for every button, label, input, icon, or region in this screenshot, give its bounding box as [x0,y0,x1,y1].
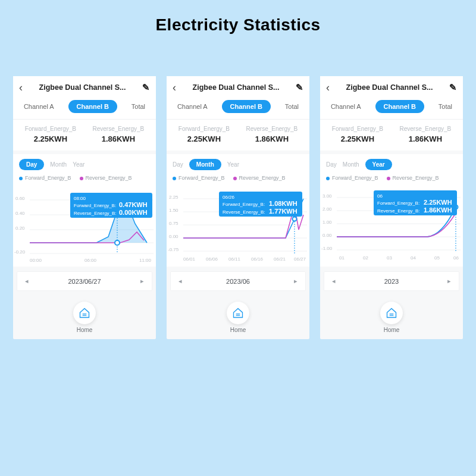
period-year[interactable]: Year [227,161,239,168]
tooltip-forward-value: 2.25KWH [424,199,452,206]
svg-text:06/16: 06/16 [251,256,264,262]
tooltip-reverse-value: 0.00KWH [119,209,148,216]
period-month[interactable]: Month [189,159,221,170]
period-year[interactable]: Year [365,159,392,170]
back-icon[interactable]: ‹ [19,82,23,93]
panel-year: ‹ Zigbee Dual Channel S... ✎ Channel A C… [320,76,463,339]
svg-text:11:00: 11:00 [139,258,152,263]
period-month[interactable]: Month [343,161,359,168]
home-label: Home [77,327,93,333]
date-next-icon[interactable]: ▸ [294,277,298,285]
legend-forward: Forward_Energy_B [173,175,225,181]
edit-icon[interactable]: ✎ [296,82,303,93]
svg-text:-0.75: -0.75 [168,247,179,252]
tab-channel-b[interactable]: Channel B [68,100,117,113]
forward-energy-label: Forward_Energy_B [332,126,383,132]
reverse-energy-label: Reverse_Energy_B [246,126,298,132]
period-year[interactable]: Year [73,161,84,168]
home-button[interactable] [227,302,249,324]
edit-icon[interactable]: ✎ [142,82,150,93]
svg-text:01: 01 [339,255,345,261]
svg-point-28 [293,217,297,221]
home-icon [79,307,90,319]
svg-text:00:00: 00:00 [30,258,42,263]
legend-reverse: Reverse_Energy_B [387,175,439,181]
tooltip-reverse-value: 1.77KWH [269,208,298,215]
svg-text:-1.00: -1.00 [321,246,333,251]
tab-channel-a[interactable]: Channel A [24,103,54,110]
date-prev-icon[interactable]: ◂ [332,277,336,285]
date-prev-icon[interactable]: ◂ [25,277,29,285]
legend-forward: Forward_Energy_B [19,175,71,181]
reverse-energy-label: Reverse_Energy_B [93,126,145,132]
reverse-energy-value: 1.86KWH [400,134,452,143]
edit-icon[interactable]: ✎ [449,82,457,93]
svg-text:0.00: 0.00 [169,234,178,239]
tab-channel-b[interactable]: Channel B [222,100,271,113]
svg-text:-0.20: -0.20 [14,249,26,255]
svg-text:0.00: 0.00 [322,233,332,238]
svg-text:06: 06 [453,255,459,261]
tab-total[interactable]: Total [285,103,299,110]
panels-row: ‹ Zigbee Dual Channel S... ✎ Channel A C… [0,40,476,339]
svg-text:06/11: 06/11 [228,256,241,262]
tab-channel-b[interactable]: Channel B [375,100,424,113]
svg-text:Forward_Energy_B:: Forward_Energy_B: [74,203,116,208]
svg-text:04: 04 [411,255,416,261]
tooltip-forward-value: 0.47KWH [119,201,148,208]
home-icon [386,307,397,319]
panel-title: Zigbee Dual Channel S... [39,83,126,92]
reverse-energy-value: 1.86KWH [246,134,298,143]
chart-day[interactable]: 0.60 0.40 0.20 -0.20 08: [13,182,156,267]
svg-point-10 [115,240,120,245]
forward-energy-label: Forward_Energy_B [25,126,76,132]
svg-text:0.40: 0.40 [15,211,25,216]
forward-energy-label: Forward_Energy_B [178,126,230,132]
tab-channel-a[interactable]: Channel A [331,103,361,110]
date-label[interactable]: 2023 [384,278,399,285]
svg-text:06:00: 06:00 [84,258,97,263]
legend-reverse: Reverse_Energy_B [80,175,132,181]
date-prev-icon[interactable]: ◂ [178,277,182,285]
svg-text:Reverse_Energy_B:: Reverse_Energy_B: [74,211,117,216]
home-label: Home [230,327,246,333]
tab-total[interactable]: Total [131,103,145,110]
panel-title: Zigbee Dual Channel S... [193,83,280,92]
chart-year[interactable]: 3.00 2.00 1.00 0.00 -1.00 06 Forward_Ene… [320,182,463,267]
date-label[interactable]: 2023/06/27 [68,278,101,285]
tooltip-forward-value: 1.08KWH [269,200,298,207]
svg-text:05: 05 [434,255,440,261]
svg-text:1.50: 1.50 [169,208,178,213]
period-month[interactable]: Month [50,161,67,168]
date-label[interactable]: 2023/06 [226,278,250,285]
back-icon[interactable]: ‹ [173,82,176,93]
tooltip-time: 06/26 [223,195,235,200]
home-button[interactable] [73,302,96,324]
tab-channel-a[interactable]: Channel A [177,103,208,110]
tab-total[interactable]: Total [439,103,452,110]
forward-energy-value: 2.25KWH [332,134,383,143]
forward-energy-value: 2.25KWH [178,134,230,143]
panel-title: Zigbee Dual Channel S... [346,83,433,92]
date-next-icon[interactable]: ▸ [140,277,144,285]
chart-month[interactable]: 2.25 1.50 0.75 0.00 -0.75 06/26 [167,182,309,267]
period-day[interactable]: Day [326,161,337,168]
svg-text:03: 03 [387,255,392,261]
svg-text:2.00: 2.00 [322,206,332,212]
date-next-icon[interactable]: ▸ [447,277,451,285]
legend-forward: Forward_Energy_B [326,175,378,181]
svg-text:06/27: 06/27 [294,256,306,262]
period-day[interactable]: Day [173,161,183,168]
tooltip-time: 06 [377,193,383,199]
svg-text:02: 02 [363,255,368,261]
tooltip-time: 08:00 [74,196,86,201]
svg-text:0.20: 0.20 [15,226,25,231]
svg-text:06/21: 06/21 [274,256,286,262]
svg-text:06/06: 06/06 [206,256,218,262]
period-day[interactable]: Day [19,159,44,170]
svg-text:0.60: 0.60 [15,196,25,201]
page-title: Electricity Statistics [0,0,476,40]
legend-reverse: Reverse_Energy_B [233,175,286,181]
home-button[interactable] [380,302,403,324]
back-icon[interactable]: ‹ [326,82,330,93]
